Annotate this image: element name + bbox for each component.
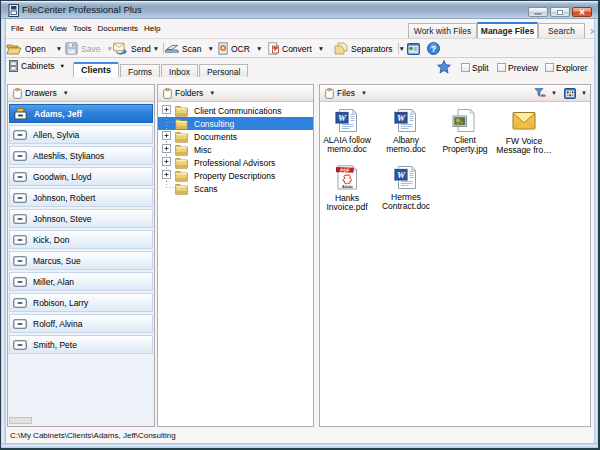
svg-text:Adobe: Adobe	[342, 185, 353, 189]
svg-text:W: W	[397, 113, 406, 123]
svg-text:?: ?	[431, 44, 437, 54]
svg-text:PDF: PDF	[340, 168, 350, 173]
svg-text:W: W	[338, 113, 347, 123]
svg-text:W: W	[397, 170, 406, 180]
